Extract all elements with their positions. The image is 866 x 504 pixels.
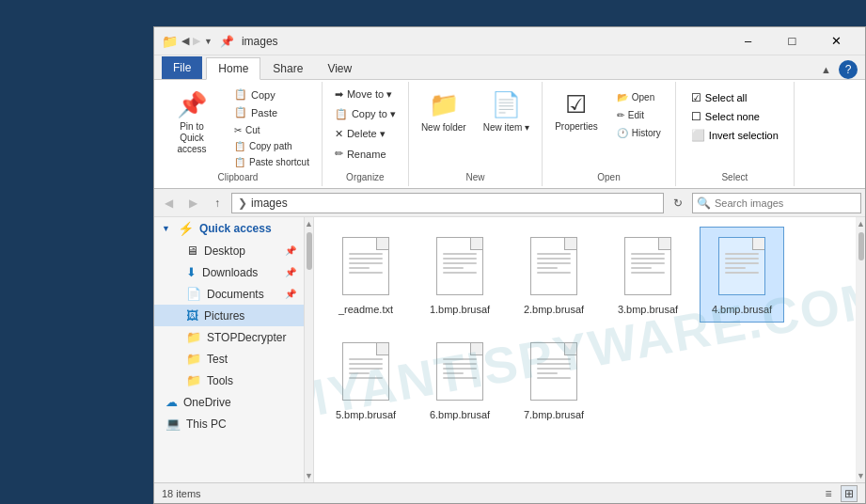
new-item-icon: 📄 — [491, 90, 521, 119]
view-icons-button[interactable]: ⊞ — [841, 485, 858, 502]
file-item[interactable]: 2.bmp.brusaf — [512, 227, 596, 323]
tab-share[interactable]: Share — [260, 57, 315, 79]
minimize-button[interactable]: – — [727, 28, 769, 55]
edit-button[interactable]: ✏ Edit — [610, 107, 668, 123]
sidebar-item-pictures[interactable]: 🖼 Pictures — [154, 305, 304, 326]
file-name: 5.bmp.brusaf — [336, 408, 396, 421]
help-button[interactable]: ? — [839, 60, 858, 79]
file-icon — [714, 233, 770, 299]
forward-button[interactable]: ▶ — [182, 193, 203, 213]
titlebar-controls: – □ ✕ — [727, 28, 858, 55]
back-button[interactable]: ◀ — [158, 193, 179, 213]
desktop-icon: 🖥 — [186, 244, 198, 258]
file-item[interactable]: 7.bmp.brusaf — [512, 332, 596, 428]
search-input[interactable] — [715, 197, 857, 209]
file-name: 6.bmp.brusaf — [430, 408, 490, 421]
file-icon — [526, 339, 582, 404]
paste-button[interactable]: 📋 Paste — [228, 103, 316, 121]
file-scroll-thumb[interactable] — [858, 232, 864, 260]
sidebar-scrollbar-down[interactable]: ▼ — [305, 471, 313, 480]
maximize-button[interactable]: □ — [771, 28, 813, 55]
sidebar-scrollbar-up[interactable]: ▲ — [305, 219, 313, 228]
ribbon-collapse-icon[interactable]: ▲ — [817, 60, 835, 79]
tab-home[interactable]: Home — [206, 57, 260, 80]
sidebar-item-tools[interactable]: 📁 Tools — [154, 370, 304, 391]
clipboard-buttons: 📌 Pin to Quick access 📋 Copy 📋 Paste — [160, 86, 316, 170]
address-path[interactable]: ❯ images — [231, 193, 664, 213]
move-to-button[interactable]: ➡ Move to ▾ — [328, 86, 402, 103]
ribbon-group-new: 📁 New folder 📄 New item ▾ New — [409, 82, 543, 186]
select-none-icon: ☐ — [691, 110, 701, 123]
sidebar-item-test[interactable]: 📁 Test — [154, 348, 304, 370]
pin-documents-icon: 📌 — [285, 289, 296, 299]
tab-file[interactable]: File — [162, 56, 202, 79]
breadcrumb-images: images — [251, 197, 288, 210]
sidebar-label-stopdecrypter: STOPDecrypter — [207, 331, 286, 344]
open-button[interactable]: 📂 Open — [610, 89, 668, 105]
folder-tools-icon: 📁 — [186, 373, 201, 387]
open-buttons: ☑ Properties 📂 Open ✏ Edit 🕐 History — [548, 86, 669, 170]
sidebar-scroll-thumb[interactable] — [307, 232, 312, 270]
select-all-button[interactable]: ☑ Select all — [687, 89, 782, 106]
file-item[interactable]: _readme.txt — [323, 227, 408, 323]
sidebar-label-downloads: Downloads — [202, 266, 258, 279]
up-button[interactable]: ↑ — [207, 193, 228, 213]
paste-shortcut-button[interactable]: 📋 Paste shortcut — [228, 154, 316, 170]
file-scrollbar-down[interactable]: ▼ — [857, 471, 865, 480]
address-arrow-icon: ❯ — [238, 197, 247, 210]
select-all-icon: ☑ — [691, 91, 701, 104]
file-scrollbar-up[interactable]: ▲ — [857, 219, 865, 228]
sidebar-item-quick-access[interactable]: ▼ ⚡ Quick access — [154, 217, 304, 240]
downloads-icon: ⬇ — [186, 265, 197, 279]
file-name: 4.bmp.brusaf — [712, 303, 772, 316]
rename-button[interactable]: ✏ Rename — [328, 145, 402, 163]
organize-buttons: ➡ Move to ▾ 📋 Copy to ▾ ✕ Delete ▾ ✏ Ren… — [328, 86, 402, 163]
pin-quick-access-button[interactable]: 📌 Pin to Quick access — [160, 86, 224, 160]
invert-selection-button[interactable]: ⬜ Invert selection — [687, 127, 782, 144]
search-box: 🔍 — [692, 193, 861, 213]
view-details-button[interactable]: ≡ — [820, 485, 837, 502]
pin-quick-icon: 📌 — [220, 35, 234, 48]
properties-button[interactable]: ☑ Properties — [548, 86, 605, 136]
documents-icon: 📄 — [186, 287, 201, 301]
file-icon — [620, 233, 676, 299]
history-button[interactable]: 🕐 History — [610, 125, 668, 141]
sidebar-label-this-pc: This PC — [186, 417, 227, 431]
file-name: 2.bmp.brusaf — [524, 303, 584, 316]
cut-button[interactable]: ✂ Cut — [228, 122, 267, 138]
file-name: 3.bmp.brusaf — [618, 303, 678, 316]
copy-to-button[interactable]: 📋 Copy to ▾ — [328, 105, 402, 123]
file-item[interactable]: 3.bmp.brusaf — [606, 227, 690, 323]
sidebar-item-desktop[interactable]: 🖥 Desktop 📌 — [154, 240, 304, 261]
tab-view[interactable]: View — [315, 57, 364, 79]
delete-button[interactable]: ✕ Delete ▾ — [328, 125, 402, 143]
file-name: 7.bmp.brusaf — [524, 408, 584, 421]
onedrive-icon: ☁ — [165, 395, 178, 409]
down-quick-icon[interactable]: ▼ — [204, 37, 213, 46]
invert-icon: ⬜ — [691, 129, 705, 142]
copy-path-button[interactable]: 📋 Copy path — [228, 138, 316, 154]
select-none-button[interactable]: ☐ Select none — [687, 108, 782, 125]
file-item[interactable]: 6.bmp.brusaf — [417, 332, 502, 428]
copy-button[interactable]: 📋 Copy — [228, 86, 316, 103]
sidebar-item-downloads[interactable]: ⬇ Downloads 📌 — [154, 261, 304, 283]
back-quick-icon[interactable]: ◀ — [181, 35, 189, 47]
file-item[interactable]: 1.bmp.brusaf — [417, 227, 502, 323]
new-item-button[interactable]: 📄 New item ▾ — [477, 86, 536, 138]
sidebar: ▼ ⚡ Quick access 🖥 Desktop 📌 ⬇ Downloads… — [154, 217, 305, 482]
sidebar-item-onedrive[interactable]: ☁ OneDrive — [154, 391, 304, 413]
forward-quick-icon[interactable]: ▶ — [193, 35, 200, 47]
refresh-button[interactable]: ↻ — [668, 193, 688, 213]
sidebar-item-this-pc[interactable]: 💻 This PC — [154, 413, 304, 434]
file-item[interactable]: 5.bmp.brusaf — [323, 332, 408, 428]
sidebar-label-documents: Documents — [207, 288, 264, 301]
sidebar-label-onedrive: OneDrive — [183, 396, 231, 409]
pin-icon: 📌 — [177, 90, 207, 119]
ribbon-group-select: ☑ Select all ☐ Select none ⬜ Invert sele… — [676, 82, 795, 186]
sidebar-item-documents[interactable]: 📄 Documents 📌 — [154, 283, 304, 305]
close-button[interactable]: ✕ — [815, 28, 858, 55]
new-folder-button[interactable]: 📁 New folder — [415, 86, 473, 138]
ribbon-group-clipboard: 📌 Pin to Quick access 📋 Copy 📋 Paste — [154, 82, 323, 186]
file-item[interactable]: 4.bmp.brusaf — [700, 227, 784, 323]
sidebar-item-stopdecrypter[interactable]: 📁 STOPDecrypter — [154, 326, 304, 348]
